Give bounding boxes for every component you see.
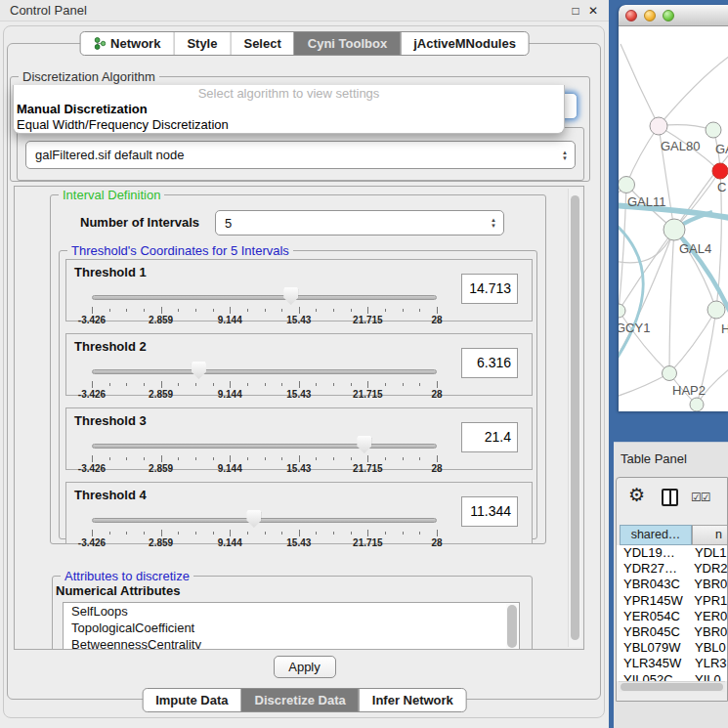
network-node-gal80[interactable] [650, 117, 667, 135]
network-edge[interactable] [626, 126, 659, 185]
network-node-gcy1[interactable] [619, 304, 625, 318]
tab-select[interactable]: Select [230, 32, 293, 55]
numerical-attributes-list[interactable]: SelfLoopsTopologicalCoefficientBetweenne… [63, 602, 520, 650]
threshold-value-field[interactable]: 21.4 [461, 422, 518, 452]
table-row[interactable]: YIL052CYIL0 [617, 672, 727, 682]
threshold-value-field[interactable]: 11.344 [461, 496, 518, 527]
float-window-icon[interactable]: □ [568, 0, 583, 21]
close-icon[interactable]: ✕ [585, 0, 601, 21]
settings-scrollbar[interactable] [568, 189, 581, 647]
gear-icon[interactable]: ⚙ [628, 484, 645, 506]
thresholds-group-label: Threshold's Coordinates for 5 Intervals [67, 243, 293, 258]
network-edge[interactable] [619, 373, 669, 398]
tick-label: 2.859 [149, 389, 173, 400]
slider-thumb[interactable] [283, 287, 298, 305]
arrow-down-icon: ▼ [491, 223, 496, 229]
tab-discretize-data[interactable]: Discretize Data [241, 689, 359, 711]
table-row[interactable]: YBR043CYBR0 [617, 577, 727, 592]
network-node-hap2[interactable] [663, 366, 677, 381]
attribute-list-item[interactable]: SelfLoops [64, 603, 519, 620]
table-row[interactable]: YBL079WYBL0 [617, 640, 727, 656]
dropdown-option-equal-width-frequency[interactable]: Equal Width/Frequency Discretization [14, 117, 564, 133]
tick-label: -3.426 [78, 537, 106, 548]
network-edge[interactable] [621, 44, 659, 126]
list-scrollbar[interactable] [506, 604, 518, 650]
number-of-intervals-combobox[interactable]: 5 ▲ ▼ [215, 210, 504, 236]
apply-button[interactable]: Apply [274, 656, 336, 678]
table-data-combobox[interactable]: galFiltered.sif default node ▲ ▼ [25, 141, 576, 169]
tab-network[interactable]: Network [80, 32, 173, 55]
cell-shared-name: YPR145W [617, 593, 685, 609]
tab-cyni-toolbox[interactable]: Cyni Toolbox [294, 32, 400, 55]
tick-label: 21.715 [353, 463, 383, 474]
network-node-gal4[interactable] [664, 219, 685, 240]
network-edge-highlighted[interactable] [619, 222, 643, 359]
table-data-group: Table Data galFiltered.sif default node … [17, 127, 584, 181]
tab-infer-network[interactable]: Infer Network [359, 689, 466, 711]
tick-label: 9.144 [218, 315, 242, 325]
tab-style[interactable]: Style [173, 32, 230, 55]
table-row[interactable]: YBR045CYBR0 [617, 624, 727, 640]
network-node[interactable] [690, 398, 704, 411]
checkboxes-icon[interactable]: ☑☑ [691, 491, 710, 504]
slider-thumb[interactable] [357, 436, 371, 453]
stepper-arrows-icon[interactable]: ▲ ▼ [562, 150, 568, 161]
tab-jactivemnodules[interactable]: jActiveMNodules [400, 32, 529, 55]
network-window-titlebar [619, 5, 728, 26]
table-row[interactable]: YLR345WYLR3 [617, 656, 727, 671]
slider-thumb[interactable] [246, 510, 261, 528]
slider-thumb[interactable] [192, 362, 206, 379]
tick-label: 21.715 [353, 537, 383, 548]
dropdown-option-manual-discretization[interactable]: Manual Discretization [14, 102, 564, 117]
network-edge[interactable] [659, 56, 728, 126]
threshold-panel: Threshold 1-3.4262.8599.14415.4321.71528… [65, 259, 533, 321]
threshold-slider[interactable]: -3.4262.8599.14415.4321.71528 [92, 508, 437, 545]
network-edge[interactable] [669, 230, 674, 373]
zoom-traffic-light-icon[interactable] [663, 10, 674, 21]
table-horizontal-scrollbar[interactable] [619, 681, 725, 692]
threshold-slider[interactable]: -3.4262.8599.14415.4321.71528 [92, 360, 437, 397]
numerical-attributes-label: Numerical Attributes [56, 583, 180, 598]
slider-track[interactable] [92, 518, 437, 523]
stepper-arrows-icon[interactable]: ▲ ▼ [491, 217, 496, 229]
table-row[interactable]: YER054CYER0 [617, 609, 727, 624]
network-node-c[interactable] [712, 163, 728, 179]
network-canvas[interactable]: GAL80GACGAL11GAL4GCY1HHAP2 [619, 26, 728, 411]
column-header[interactable]: shared… [620, 525, 692, 545]
network-node-gal11[interactable] [619, 177, 635, 193]
table-row[interactable]: YPR145WYPR1 [617, 593, 727, 609]
threshold-value-field[interactable]: 6.316 [461, 348, 518, 378]
arrow-down-icon: ▼ [562, 155, 568, 161]
discretization-algorithm-label: Discretization Algorithm [19, 69, 159, 84]
threshold-slider[interactable]: -3.4262.8599.14415.4321.71528 [92, 285, 437, 322]
split-columns-icon[interactable] [662, 489, 678, 506]
table-row[interactable]: YDL19…YDL1 [617, 545, 727, 561]
close-traffic-light-icon[interactable] [625, 10, 637, 21]
node-label: GAL11 [627, 194, 666, 209]
network-node-h[interactable] [707, 301, 725, 319]
minimize-traffic-light-icon[interactable] [644, 10, 656, 21]
slider-track[interactable] [92, 444, 437, 449]
network-edge[interactable] [669, 310, 716, 373]
attribute-list-item[interactable]: BetweennessCentrality [64, 636, 519, 650]
cell-shared-name: YIL052C [617, 672, 686, 682]
tick-label: 15.43 [286, 463, 311, 474]
tick-label: 28 [431, 389, 442, 400]
cell-shared-name: YBR045C [617, 624, 685, 640]
network-icon [93, 37, 106, 50]
algorithm-dropdown-popup: Select algorithm to view settings Manual… [13, 85, 565, 134]
tick-label: 28 [431, 315, 442, 325]
panel-title: Control Panel [10, 0, 87, 21]
tab-impute-data[interactable]: Impute Data [143, 689, 240, 711]
slider-track[interactable] [92, 369, 437, 374]
network-node-ga[interactable] [706, 122, 721, 138]
table-row[interactable]: YDR27…YDR2 [617, 561, 727, 577]
cell-shared-name: YBL079W [617, 640, 686, 656]
column-header[interactable]: n [692, 525, 728, 545]
slider-track[interactable] [92, 295, 437, 300]
attribute-list-item[interactable]: TopologicalCoefficient [64, 620, 519, 636]
tick-label: 9.144 [218, 463, 242, 474]
threshold-value-field[interactable]: 14.713 [461, 274, 518, 304]
tick-label: 2.859 [149, 537, 173, 548]
threshold-slider[interactable]: -3.4262.8599.14415.4321.71528 [92, 434, 437, 471]
